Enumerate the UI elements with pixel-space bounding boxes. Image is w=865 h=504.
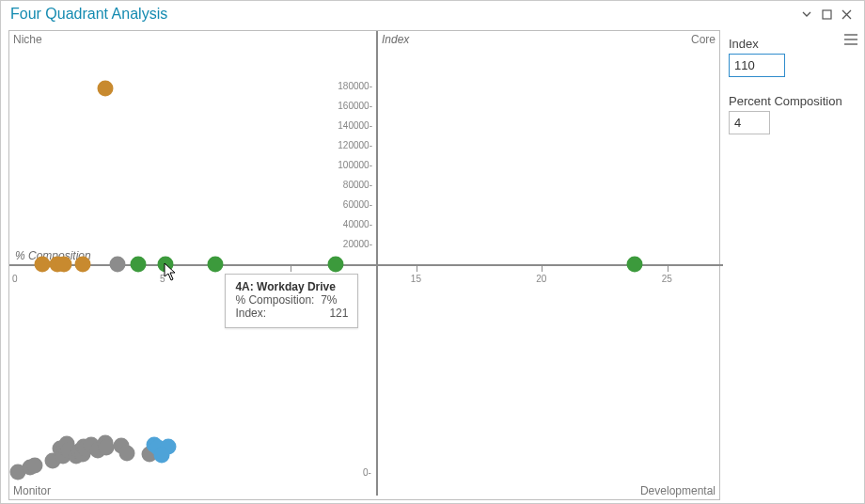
collapse-icon[interactable] [796,8,817,20]
quadrant-label-niche: Niche [13,33,42,46]
y-tick-lower: 0- [363,467,371,478]
data-point[interactable] [56,257,72,273]
y-tick: 20000- [331,239,372,249]
x-tick: 20 [536,274,546,284]
data-point[interactable] [158,257,174,273]
vertical-divider [376,31,378,496]
y-tick: 40000- [331,219,372,229]
data-point[interactable] [208,257,224,273]
x-tick: 0 [12,274,18,284]
data-point[interactable] [27,458,43,474]
close-icon[interactable] [837,9,857,20]
data-point[interactable] [118,446,134,462]
percent-input[interactable] [729,111,770,134]
y-tick: 140000- [331,120,372,131]
x-tick: 15 [411,274,421,284]
panel: Four Quadrant Analysis NicheCoreMonitorD… [0,0,865,504]
x-tick: 5 [160,274,165,284]
y-tick: 160000- [331,101,372,111]
y-tick: 180000- [331,81,372,91]
data-point[interactable] [99,440,115,456]
data-point[interactable] [626,257,642,273]
data-point[interactable] [110,257,126,273]
data-point[interactable] [98,80,114,96]
data-point[interactable] [130,257,146,273]
quadrant-chart[interactable]: NicheCoreMonitorDevelopmentalIndex% Comp… [8,30,720,500]
quadrant-label-developmental: Developmental [640,484,716,497]
settings-panel: Index Percent Composition [723,27,864,503]
y-tick: 60000- [331,199,372,210]
y-axis-title: Index [382,33,409,46]
svg-rect-0 [823,10,831,19]
index-input[interactable] [729,54,785,77]
percent-label: Percent Composition [729,94,860,108]
x-tick: 25 [662,274,672,284]
y-tick: 80000- [331,180,372,190]
y-tick: 100000- [331,160,372,170]
titlebar: Four Quadrant Analysis [1,1,864,27]
data-point[interactable] [154,448,170,464]
data-point[interactable] [75,257,91,273]
quadrant-label-core: Core [691,33,716,46]
panel-title: Four Quadrant Analysis [10,6,796,23]
index-label: Index [729,37,860,51]
tooltip: 4A: Workday Drive% Composition: 7%Index:… [225,274,358,328]
menu-icon[interactable] [843,33,858,46]
data-point[interactable] [328,257,344,273]
data-point[interactable] [35,257,51,273]
y-tick: 120000- [331,140,372,150]
maximize-icon[interactable] [817,9,837,20]
quadrant-label-monitor: Monitor [13,484,51,497]
